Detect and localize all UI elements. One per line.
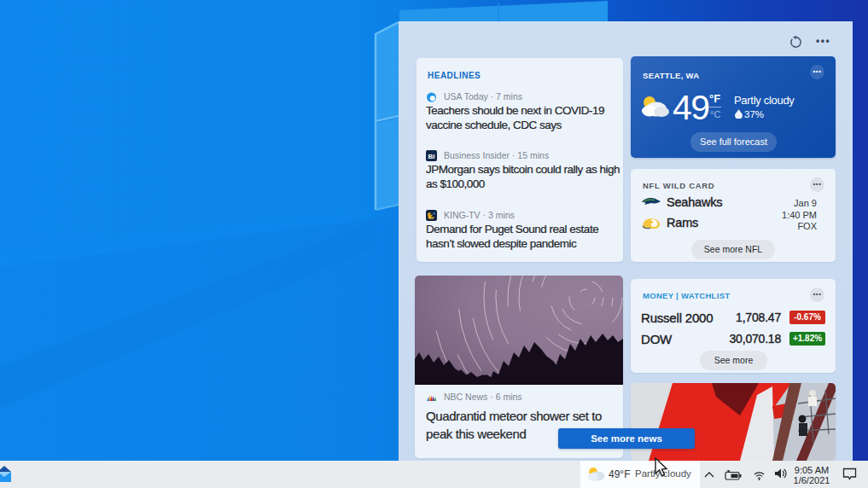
svg-text:BI: BI bbox=[428, 153, 435, 160]
